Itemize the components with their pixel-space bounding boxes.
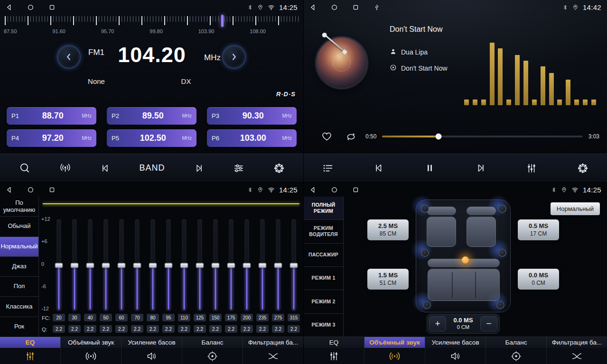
eq-slider-handle[interactable] [118,263,126,268]
tab-icon-balance[interactable] [182,348,243,364]
tab-icon-bass-boost[interactable] [121,348,182,364]
eq-slider-handle[interactable] [149,263,157,268]
audio-tab[interactable]: EQ [304,337,364,348]
tune-up-button[interactable] [222,45,246,69]
previous-station-icon[interactable] [100,163,111,174]
tab-icon-bass-boost[interactable] [425,348,486,364]
eq-slider-handle[interactable] [259,263,267,268]
previous-track-icon[interactable] [373,162,385,174]
tab-icon-eq[interactable] [304,348,364,364]
audio-tab[interactable]: Объёмный звук [61,337,121,348]
back-button[interactable] [6,186,13,193]
radio-preset-button[interactable]: P3 90.30 MHz [207,107,297,125]
tab-icon-balance[interactable] [486,348,547,364]
settings-gear-icon[interactable] [577,162,589,174]
radio-preset-button[interactable]: P1 88.70 MHz [7,107,96,125]
tab-icon-eq[interactable] [0,348,61,364]
audio-tab[interactable]: Усиление басов [121,337,182,348]
eq-preset-item[interactable]: Классика [0,297,38,317]
back-button[interactable] [309,186,317,193]
tab-icon-filter[interactable] [243,348,303,364]
eq-preset-item[interactable]: Рок [0,317,38,337]
listening-mode-item[interactable]: РЕЖИМ 3 [304,314,343,337]
surround-preset-button[interactable]: Нормальный [551,202,600,215]
tab-icon-surround[interactable] [364,348,425,364]
listening-mode-item[interactable]: ПАССАЖИР [304,244,343,267]
radio-preset-button[interactable]: P6 103.00 MHz [207,129,297,147]
eq-slider-handle[interactable] [133,263,141,268]
eq-slider-handle[interactable] [290,263,298,268]
eq-slider-handle[interactable] [180,263,188,268]
bluetooth-icon [247,4,253,11]
audio-tab[interactable]: Фильтрация ба... [547,337,607,348]
eq-slider-handle[interactable] [212,263,220,268]
tab-icon-surround[interactable] [61,348,121,364]
eq-preset-item[interactable]: Обычай [0,217,38,237]
settings-gear-icon[interactable] [273,162,285,174]
next-station-icon[interactable] [193,163,205,174]
repeat-icon[interactable] [345,131,357,143]
pause-icon[interactable] [424,162,436,174]
listening-mode-item[interactable]: ПОЛНЫЙ РЕЖИМ [304,197,343,220]
home-button[interactable] [331,186,338,193]
listening-position-dot[interactable] [462,256,469,264]
band-button[interactable]: BAND [139,163,165,173]
audio-settings-icon[interactable] [233,162,245,174]
eq-slider-handle[interactable] [243,263,251,268]
tune-down-button[interactable] [57,45,81,69]
eq-slider-handle[interactable] [102,263,110,268]
home-button[interactable] [331,4,338,11]
audio-tab[interactable]: Баланс [182,337,243,348]
eq-slider-handle[interactable] [86,263,94,268]
recents-button[interactable] [48,4,56,11]
eq-preset-item[interactable]: Поп [0,277,38,297]
eq-preset-item[interactable]: Джаз [0,257,38,277]
rds-badge: R·D·S [276,91,296,98]
audio-tab[interactable]: Фильтрация ба... [243,337,303,348]
playlist-icon[interactable] [322,162,334,174]
equalizer-icon[interactable] [525,162,538,174]
progress-track[interactable] [382,136,582,137]
delay-increase-button[interactable]: + [429,316,446,331]
eq-preset-item[interactable]: По умолчанию [0,197,38,217]
eq-slider-handle[interactable] [165,263,173,268]
eq-slider-handle[interactable] [227,263,235,268]
tuning-indicator[interactable] [221,15,224,27]
back-button[interactable] [6,4,13,11]
recents-button[interactable] [352,186,359,193]
delay-cm: 0 CM [532,280,545,287]
listening-mode-item[interactable]: РЕЖИМ 1 [304,267,343,290]
audio-tab[interactable]: Усиление басов [425,337,486,348]
audio-tab[interactable]: Баланс [486,337,547,348]
radio-preset-button[interactable]: P4 97.20 MHz [7,129,96,147]
home-button[interactable] [27,4,34,11]
listening-mode-item[interactable]: РЕЖИМ 2 [304,290,343,313]
eq-slider-handle[interactable] [196,263,204,268]
recents-button[interactable] [352,4,359,11]
home-button[interactable] [27,186,34,193]
radio-preset-button[interactable]: P2 89.50 MHz [107,107,196,125]
preset-unit: MHz [182,113,192,118]
speaker-mid-left-icon [421,249,429,257]
tab-icon-filter[interactable] [547,348,607,364]
favorite-heart-icon[interactable] [321,131,333,143]
next-track-icon[interactable] [475,162,486,174]
progress-knob[interactable] [435,134,441,140]
delay-rear-left: 1.5 MS 51 CM [367,269,409,290]
eq-preset-item[interactable]: Нормальный [0,237,38,257]
recents-button[interactable] [48,186,56,193]
radio-preset-button[interactable]: P5 102.50 MHz [107,129,196,147]
audio-tab[interactable]: EQ [0,337,61,348]
seek-scan-icon[interactable] [18,162,31,174]
back-button[interactable] [309,4,317,11]
listening-mode-item[interactable]: РЕЖИМ ВОДИТЕЛЯ [304,220,343,243]
delay-decrease-button[interactable]: − [480,316,497,331]
eq-band-q: 2.2 [241,325,253,333]
eq-slider-handle[interactable] [71,263,79,268]
audio-tab[interactable]: Объёмный звук [364,337,425,348]
eq-slider-fill [199,265,201,310]
broadcast-icon[interactable] [59,162,72,174]
eq-band: 95 2.2 [162,219,175,333]
eq-slider-handle[interactable] [274,263,282,268]
eq-slider-handle[interactable] [55,263,63,268]
